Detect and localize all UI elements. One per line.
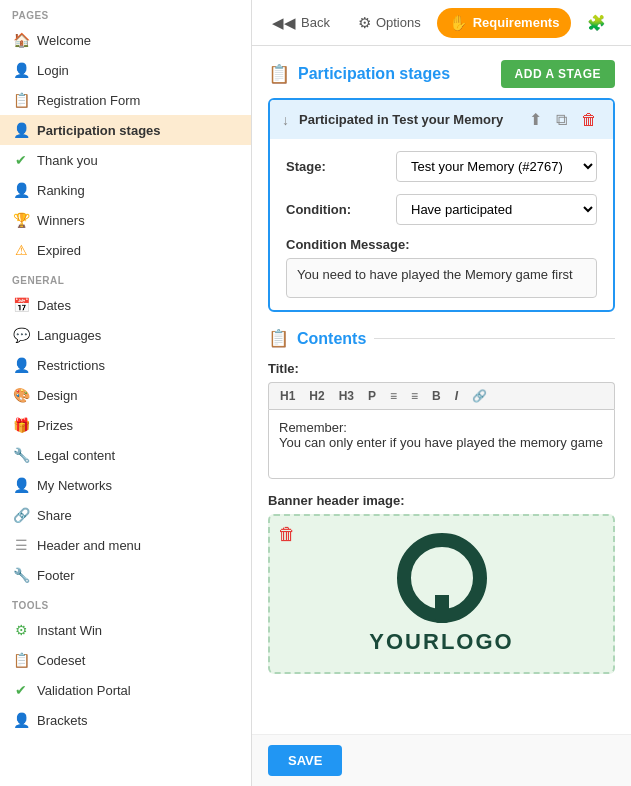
sidebar-item-label: Thank you [37, 153, 98, 168]
restrictions-icon: 👤 [12, 356, 30, 374]
login-icon: 👤 [12, 61, 30, 79]
sidebar-item-share[interactable]: 🔗 Share [0, 500, 251, 530]
toolbar-link[interactable]: 🔗 [467, 387, 492, 405]
sidebar-item-winners[interactable]: 🏆 Winners [0, 205, 251, 235]
contents-title: 📋 Contents [268, 328, 366, 349]
sidebar-item-welcome[interactable]: 🏠 Welcome [0, 25, 251, 55]
sidebar-item-label: Languages [37, 328, 101, 343]
toolbar-ul[interactable]: ≡ [385, 387, 402, 405]
participation-stages-header: 📋 Participation stages ADD A STAGE [268, 60, 615, 88]
add-stage-button[interactable]: ADD A STAGE [501, 60, 615, 88]
sidebar-item-label: Winners [37, 213, 85, 228]
rich-text-line1: Remember: [279, 420, 604, 435]
divider-line [374, 338, 615, 339]
sidebar-item-header-menu[interactable]: ☰ Header and menu [0, 530, 251, 560]
logo-circle [397, 533, 487, 623]
banner-delete-button[interactable]: 🗑 [278, 524, 296, 545]
sidebar-item-label: Prizes [37, 418, 73, 433]
sidebar-item-label: Validation Portal [37, 683, 131, 698]
participation-stages-title: 📋 Participation stages [268, 63, 450, 85]
sidebar-item-languages[interactable]: 💬 Languages [0, 320, 251, 350]
stage-card: ↓ Participated in Test your Memory ⬆ ⧉ 🗑… [268, 98, 615, 312]
toolbar-h2[interactable]: H2 [304, 387, 329, 405]
sidebar-item-instant-win[interactable]: ⚙ Instant Win [0, 615, 251, 645]
requirements-icon: ✋ [449, 14, 468, 32]
calendar-icon: 📅 [12, 296, 30, 314]
stage-row: Stage: Test your Memory (#2767) [286, 151, 597, 182]
check-icon: ✔ [12, 151, 30, 169]
sidebar-item-label: Header and menu [37, 538, 141, 553]
collapse-arrow-icon: ↓ [282, 112, 289, 128]
sidebar-item-thank-you[interactable]: ✔ Thank you [0, 145, 251, 175]
sidebar-item-label: Legal content [37, 448, 115, 463]
sidebar: PAGES 🏠 Welcome 👤 Login 📋 Registration F… [0, 0, 252, 786]
toolbar-h1[interactable]: H1 [275, 387, 300, 405]
sidebar-item-dates[interactable]: 📅 Dates [0, 290, 251, 320]
networks-icon: 👤 [12, 476, 30, 494]
toolbar-italic[interactable]: I [450, 387, 463, 405]
sidebar-item-label: Registration Form [37, 93, 140, 108]
puzzle-button[interactable]: 🧩 [575, 8, 618, 38]
form-icon: 📋 [12, 91, 30, 109]
sidebar-item-registration-form[interactable]: 📋 Registration Form [0, 85, 251, 115]
sidebar-item-participation-stages[interactable]: 👤 Participation stages [0, 115, 251, 145]
rich-text-line2: You can only enter if you have played th… [279, 435, 604, 450]
design-icon: 🎨 [12, 386, 30, 404]
options-button[interactable]: ⚙ Options [346, 8, 433, 38]
sidebar-item-legal-content[interactable]: 🔧 Legal content [0, 440, 251, 470]
back-button[interactable]: ◀◀ Back [260, 8, 342, 38]
sidebar-item-footer[interactable]: 🔧 Footer [0, 560, 251, 590]
sidebar-item-label: Welcome [37, 33, 91, 48]
stage-header-title: Participated in Test your Memory [299, 112, 515, 127]
share-icon: 🔗 [12, 506, 30, 524]
validation-icon: ✔ [12, 681, 30, 699]
toolbar-p[interactable]: P [363, 387, 381, 405]
toolbar-ol[interactable]: ≡ [406, 387, 423, 405]
requirements-button[interactable]: ✋ Requirements [437, 8, 572, 38]
save-button[interactable]: SAVE [268, 745, 342, 776]
condition-message-value[interactable]: You need to have played the Memory game … [286, 258, 597, 298]
warning-icon: ⚠ [12, 241, 30, 259]
toolbar-bold[interactable]: B [427, 387, 446, 405]
rich-text-content[interactable]: Remember: You can only enter if you have… [268, 409, 615, 479]
gift-icon: 🎁 [12, 416, 30, 434]
sidebar-item-label: Footer [37, 568, 75, 583]
chat-icon: 💬 [12, 326, 30, 344]
back-chevron-icon: ◀◀ [272, 14, 296, 32]
sidebar-item-brackets[interactable]: 👤 Brackets [0, 705, 251, 735]
sidebar-item-codeset[interactable]: 📋 Codeset [0, 645, 251, 675]
ranking-icon: 👤 [12, 181, 30, 199]
logo-circle-wrapper [397, 533, 487, 623]
sidebar-item-prizes[interactable]: 🎁 Prizes [0, 410, 251, 440]
options-label: Options [376, 15, 421, 30]
condition-select[interactable]: Have participated [396, 194, 597, 225]
sidebar-item-design[interactable]: 🎨 Design [0, 380, 251, 410]
tools-section-label: TOOLS [0, 590, 251, 615]
condition-field-label: Condition: [286, 202, 396, 217]
save-area: SAVE [252, 734, 631, 786]
condition-message-block: Condition Message: You need to have play… [286, 237, 597, 298]
requirements-label: Requirements [473, 15, 560, 30]
brackets-icon: 👤 [12, 711, 30, 729]
stage-select[interactable]: Test your Memory (#2767) [396, 151, 597, 182]
sidebar-item-my-networks[interactable]: 👤 My Networks [0, 470, 251, 500]
stage-collapse-button[interactable]: ⬆ [525, 108, 546, 131]
sidebar-item-validation-portal[interactable]: ✔ Validation Portal [0, 675, 251, 705]
logo-text: YOURLOGO [369, 629, 513, 655]
sidebar-item-label: Restrictions [37, 358, 105, 373]
sidebar-item-expired[interactable]: ⚠ Expired [0, 235, 251, 265]
sidebar-item-restrictions[interactable]: 👤 Restrictions [0, 350, 251, 380]
sidebar-item-ranking[interactable]: 👤 Ranking [0, 175, 251, 205]
sidebar-item-label: My Networks [37, 478, 112, 493]
instant-win-icon: ⚙ [12, 621, 30, 639]
sidebar-item-login[interactable]: 👤 Login [0, 55, 251, 85]
logo-image: YOURLOGO [369, 533, 513, 655]
trophy-icon: 🏆 [12, 211, 30, 229]
stage-delete-button[interactable]: 🗑 [577, 108, 601, 131]
toolbar-h3[interactable]: H3 [334, 387, 359, 405]
stage-copy-button[interactable]: ⧉ [552, 108, 571, 131]
rich-text-toolbar: H1 H2 H3 P ≡ ≡ B I 🔗 [268, 382, 615, 409]
sidebar-item-label: Ranking [37, 183, 85, 198]
sidebar-item-label: Dates [37, 298, 71, 313]
footer-icon: 🔧 [12, 566, 30, 584]
